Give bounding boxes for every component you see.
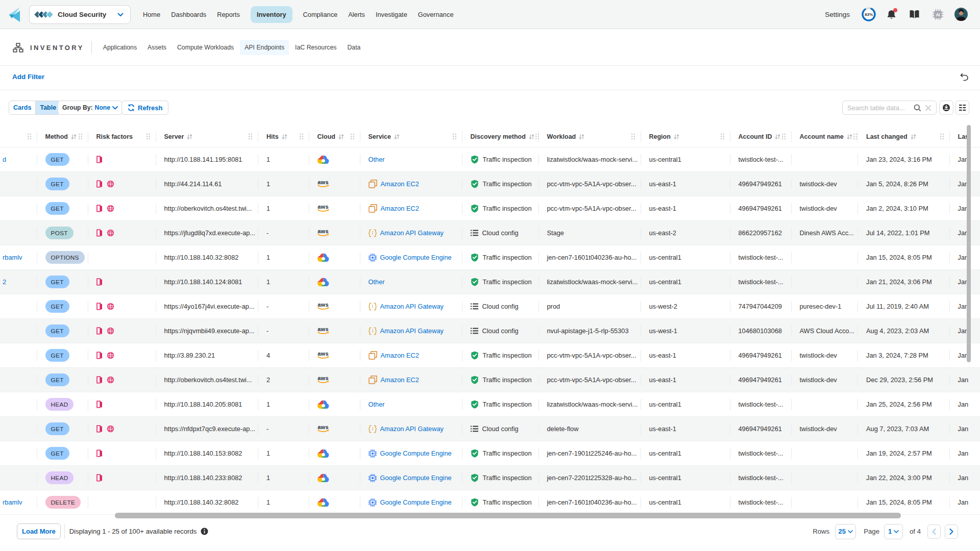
table-row[interactable]: GEThttp://10.188.140.153:80821Google Com…	[0, 441, 980, 466]
product-switcher-dropdown[interactable]: Cloud Security	[29, 5, 131, 24]
service-link[interactable]: Amazon EC2	[381, 205, 419, 212]
documentation-book-icon[interactable]	[909, 10, 920, 19]
service-link[interactable]: Google Compute Engine	[380, 498, 452, 506]
table-search-input[interactable]	[847, 104, 914, 112]
horizontal-scrollbar[interactable]	[115, 513, 901, 518]
group-by-dropdown[interactable]: Group By: None	[58, 101, 122, 115]
column-header-discovery[interactable]: Discovery method	[462, 126, 538, 147]
column-header-account_name[interactable]: Account name	[791, 126, 858, 147]
service-link[interactable]: Amazon API Gateway	[380, 425, 444, 433]
table-row[interactable]: rbamlvDELETEhttp://10.188.140.32:80821Go…	[0, 490, 980, 515]
column-header-service[interactable]: Service	[360, 126, 462, 147]
column-header-endpoint[interactable]	[0, 126, 37, 147]
sort-icon[interactable]	[338, 134, 345, 140]
column-header-workload[interactable]: Workload	[538, 126, 641, 147]
nav-item-dashboards[interactable]: Dashboards	[171, 11, 206, 18]
page-select[interactable]: 1	[884, 524, 903, 539]
unprotected-risk-icon[interactable]	[96, 449, 103, 457]
service-link[interactable]: Amazon API Gateway	[380, 327, 444, 335]
sort-icon[interactable]	[394, 134, 400, 140]
previous-page-button[interactable]	[927, 524, 941, 539]
internet-exposed-risk-icon[interactable]	[107, 180, 114, 188]
column-header-region[interactable]: Region	[641, 126, 730, 147]
service-link[interactable]: Other	[369, 278, 385, 286]
column-header-account_id[interactable]: Account ID	[730, 126, 791, 147]
endpoint-link[interactable]: d	[3, 156, 6, 163]
unprotected-risk-icon[interactable]	[96, 400, 103, 408]
unprotected-risk-icon[interactable]	[96, 278, 103, 286]
internet-exposed-risk-icon[interactable]	[107, 229, 114, 237]
sort-icon[interactable]	[774, 134, 781, 140]
tab-iac-resources[interactable]: IaC Resources	[290, 40, 341, 55]
internet-exposed-risk-icon[interactable]	[107, 425, 114, 433]
service-link[interactable]: Google Compute Engine	[380, 474, 452, 482]
search-icon[interactable]	[914, 104, 921, 112]
drag-handle-icon[interactable]	[146, 133, 151, 140]
unprotected-risk-icon[interactable]	[96, 425, 103, 433]
table-row[interactable]: GEThttps://4yo167j4vi.execute-ap...-awsA…	[0, 294, 980, 319]
drag-handle-icon[interactable]	[781, 133, 786, 140]
drag-handle-icon[interactable]	[350, 133, 355, 140]
table-row[interactable]: GEThttps://njqvmbii49.execute-ap...-awsA…	[0, 319, 980, 343]
drag-handle-icon[interactable]	[78, 133, 83, 140]
drag-handle-icon[interactable]	[720, 133, 725, 140]
service-link[interactable]: Google Compute Engine	[380, 254, 452, 261]
endpoint-link[interactable]: rbamlv	[3, 498, 22, 506]
vertical-scrollbar[interactable]	[967, 125, 971, 362]
column-header-last_changed[interactable]: Last changed	[857, 126, 949, 147]
sort-icon[interactable]	[846, 134, 853, 140]
table-row[interactable]: GEThttp://3.89.230.214awsAmazon EC2Traff…	[0, 343, 980, 368]
service-link[interactable]: Amazon API Gateway	[380, 303, 444, 310]
add-filter-button[interactable]: Add Filter	[12, 73, 44, 81]
column-header-server[interactable]: Server	[156, 126, 258, 147]
drag-handle-icon[interactable]	[299, 133, 304, 140]
column-header-method[interactable]: Method	[37, 126, 88, 147]
table-row[interactable]: rbamlvOPTIONShttp://10.188.140.32:80821G…	[0, 245, 980, 270]
nav-item-compliance[interactable]: Compliance	[303, 11, 338, 18]
service-link[interactable]: Google Compute Engine	[380, 449, 452, 457]
info-icon[interactable]	[201, 528, 208, 535]
refresh-button[interactable]: Refresh	[121, 101, 168, 115]
drag-handle-icon[interactable]	[940, 133, 944, 140]
service-link[interactable]: Amazon EC2	[381, 376, 419, 384]
service-link[interactable]: Amazon API Gateway	[380, 229, 444, 237]
internet-exposed-risk-icon[interactable]	[107, 327, 114, 335]
unprotected-risk-icon[interactable]	[96, 474, 103, 482]
drag-handle-icon[interactable]	[853, 133, 857, 140]
load-more-button[interactable]: Load More	[17, 523, 61, 539]
nav-item-investigate[interactable]: Investigate	[376, 11, 407, 18]
reset-filters-icon[interactable]	[960, 73, 969, 81]
sort-icon[interactable]	[528, 134, 535, 140]
rows-per-page-select[interactable]: 25	[835, 524, 856, 539]
column-settings-button[interactable]	[955, 101, 969, 115]
table-row[interactable]: dGEThttp://10.188.141.195:80811OtherTraf…	[0, 147, 980, 172]
nav-item-reports[interactable]: Reports	[217, 11, 240, 18]
tab-applications[interactable]: Applications	[99, 40, 141, 55]
internet-exposed-risk-icon[interactable]	[107, 303, 114, 310]
table-row[interactable]: GEThttp://oberkovitch.os4test.twi...2aws…	[0, 368, 980, 392]
tab-data[interactable]: Data	[342, 40, 365, 55]
unprotected-risk-icon[interactable]	[96, 156, 103, 163]
drag-handle-icon[interactable]	[631, 133, 635, 140]
tab-api-endpoints[interactable]: API Endpoints	[240, 40, 289, 55]
endpoint-link[interactable]: 2	[3, 278, 6, 286]
sort-icon[interactable]	[910, 134, 917, 140]
unprotected-risk-icon[interactable]	[96, 229, 103, 237]
column-header-cloud[interactable]: Cloud	[309, 126, 360, 147]
tab-assets[interactable]: Assets	[143, 40, 171, 55]
tab-compute-workloads[interactable]: Compute Workloads	[173, 40, 238, 55]
unprotected-risk-icon[interactable]	[96, 327, 103, 335]
next-page-button[interactable]	[945, 524, 958, 539]
service-link[interactable]: Amazon EC2	[381, 352, 419, 359]
view-toggle-cards[interactable]: Cards	[9, 101, 35, 114]
ai-copilot-icon[interactable]: AI	[933, 9, 943, 20]
column-header-hits[interactable]: Hits	[258, 126, 309, 147]
table-row[interactable]: POSThttps://jfugd8q7xd.execute-ap...-aws…	[0, 221, 980, 245]
column-header-risks[interactable]: Risk factors	[88, 126, 156, 147]
table-row[interactable]: HEADhttp://10.188.140.233:80821Google Co…	[0, 466, 980, 490]
drag-handle-icon[interactable]	[248, 133, 253, 140]
service-link[interactable]: Other	[369, 156, 385, 163]
notifications-bell-icon[interactable]	[887, 9, 896, 20]
internet-exposed-risk-icon[interactable]	[107, 376, 114, 384]
sort-icon[interactable]	[673, 134, 680, 140]
